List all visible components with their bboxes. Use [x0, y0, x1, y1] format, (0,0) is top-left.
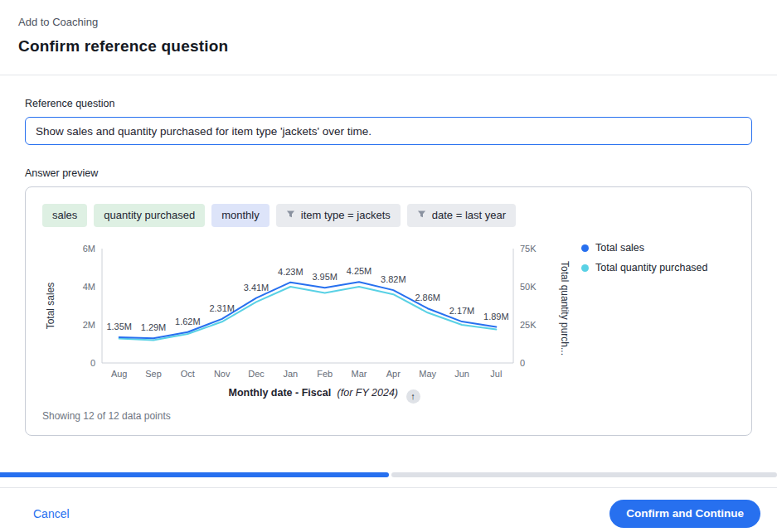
dialog-body: Reference question Answer preview sales …	[0, 97, 777, 436]
svg-text:2.31M: 2.31M	[209, 303, 235, 313]
svg-text:6M: 6M	[83, 244, 95, 254]
chip-filter-item-type[interactable]: item type = jackets	[276, 204, 401, 227]
svg-text:0: 0	[90, 358, 95, 368]
chip-sales[interactable]: sales	[42, 204, 87, 227]
confirm-and-continue-button[interactable]: Confirm and Continue	[609, 500, 760, 528]
svg-text:Apr: Apr	[386, 369, 401, 379]
x-axis-title-suffix: (for FY 2024)	[338, 387, 398, 399]
confirm-reference-question-dialog: { "header": { "eyebrow": "Add to Coachin…	[0, 0, 777, 532]
chart-area: Total sales 6M4M2M075K50K25K0AugSepOctNo…	[42, 237, 735, 404]
svg-text:2M: 2M	[83, 320, 95, 330]
svg-text:Oct: Oct	[181, 369, 195, 379]
svg-text:1.62M: 1.62M	[175, 317, 201, 326]
legend-item-total-sales[interactable]: Total sales	[581, 242, 735, 254]
svg-text:4.23M: 4.23M	[278, 267, 304, 277]
chip-label: monthly	[221, 209, 260, 222]
svg-text:1.89M: 1.89M	[483, 312, 509, 322]
line-chart: Total sales 6M4M2M075K50K25K0AugSepOctNo…	[42, 237, 573, 404]
chip-quantity-purchased[interactable]: quantity purchased	[94, 204, 205, 227]
svg-text:Dec: Dec	[248, 369, 265, 379]
svg-text:4.25M: 4.25M	[347, 266, 372, 276]
dialog-header: Add to Coaching Confirm reference questi…	[0, 0, 777, 56]
chip-label: quantity purchased	[104, 209, 195, 222]
legend-label: Total sales	[595, 242, 644, 254]
svg-text:Jan: Jan	[283, 369, 298, 379]
chip-label: item type = jackets	[301, 209, 391, 222]
dialog-footer: Cancel Confirm and Continue	[0, 487, 777, 528]
svg-text:1.29M: 1.29M	[141, 322, 167, 332]
answer-preview-panel: sales quantity purchased monthly item ty…	[25, 186, 752, 436]
progress-bar	[0, 472, 777, 477]
svg-text:Sep: Sep	[145, 369, 162, 379]
query-token-bar: sales quantity purchased monthly item ty…	[42, 204, 735, 227]
chart-legend: Total sales Total quantity purchased	[581, 237, 735, 404]
svg-text:Jun: Jun	[454, 369, 469, 379]
filter-funnel-icon	[286, 209, 295, 222]
cancel-button[interactable]: Cancel	[33, 507, 70, 520]
svg-text:3.41M: 3.41M	[244, 283, 270, 293]
svg-text:75K: 75K	[520, 244, 537, 254]
reference-question-label: Reference question	[25, 97, 752, 110]
svg-text:Aug: Aug	[111, 369, 128, 379]
svg-text:Nov: Nov	[214, 369, 231, 379]
y2-axis-title: Total quantity purch...	[559, 261, 571, 355]
legend-dot-blue	[581, 244, 589, 252]
x-axis-title: Monthly date - Fiscal (for FY 2024) ↑	[59, 387, 590, 404]
svg-text:3.82M: 3.82M	[381, 274, 406, 284]
svg-text:0: 0	[520, 358, 525, 368]
chip-label: date = last year	[432, 209, 506, 222]
legend-item-total-quantity[interactable]: Total quantity purchased	[581, 262, 735, 273]
svg-text:May: May	[419, 369, 436, 379]
legend-dot-cyan	[581, 264, 589, 272]
chip-monthly[interactable]: monthly	[211, 204, 270, 227]
line-chart-svg: 6M4M2M075K50K25K0AugSepOctNovDecJanFebMa…	[59, 237, 556, 382]
svg-text:Jul: Jul	[490, 369, 502, 379]
x-axis-title-text: Monthly date - Fiscal	[228, 387, 331, 399]
svg-text:Feb: Feb	[317, 369, 333, 379]
page-title: Confirm reference question	[18, 36, 759, 56]
progress-bar-fill	[0, 472, 389, 477]
svg-text:2.17M: 2.17M	[449, 306, 475, 316]
legend-label: Total quantity purchased	[595, 262, 708, 273]
answer-preview-label: Answer preview	[25, 167, 752, 180]
svg-text:50K: 50K	[520, 282, 537, 292]
chip-label: sales	[52, 209, 77, 222]
header-divider	[0, 75, 777, 75]
svg-text:Mar: Mar	[352, 369, 367, 379]
chip-filter-date[interactable]: date = last year	[407, 204, 516, 227]
sort-ascending-icon[interactable]: ↑	[406, 389, 420, 404]
breadcrumb: Add to Coaching	[18, 15, 759, 30]
progress-bar-track	[391, 472, 777, 477]
svg-text:2.86M: 2.86M	[415, 293, 440, 302]
y-axis-title: Total sales	[45, 283, 56, 330]
svg-text:25K: 25K	[520, 320, 537, 330]
svg-text:3.95M: 3.95M	[312, 272, 338, 282]
svg-text:1.35M: 1.35M	[106, 322, 132, 331]
reference-question-input[interactable]	[25, 117, 752, 145]
svg-text:4M: 4M	[83, 282, 95, 292]
filter-funnel-icon	[417, 209, 426, 222]
data-points-footnote: Showing 12 of 12 data points	[42, 410, 735, 422]
